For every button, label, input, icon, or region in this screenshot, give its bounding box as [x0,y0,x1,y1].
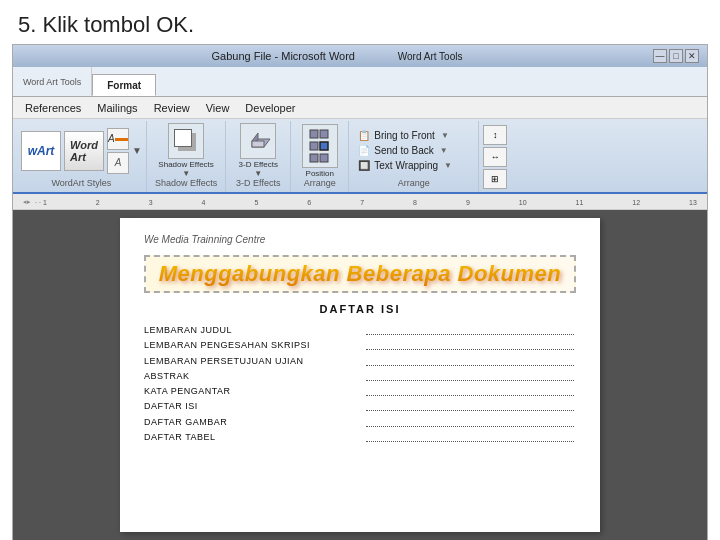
wordart-styles-content: wArt WordArt A A ▼ [21,123,142,178]
maximize-button[interactable]: □ [669,49,683,63]
shadow-effects-btn[interactable]: Shadow Effects ▼ [158,123,213,178]
toc-item-daftar-gambar: DAFTAR GAMBAR [144,415,576,430]
toc-dots [366,399,574,411]
wordart-style-preview-2[interactable]: WordArt [64,131,104,171]
menu-bar: References Mailings Review View Develope… [13,97,707,119]
size-group-btn2[interactable]: ↔ [483,147,507,167]
shadow-effects-content: Shadow Effects ▼ [158,123,213,178]
toc-label: KATA PENGANTAR [144,384,364,399]
send-to-back-btn[interactable]: 📄 Send to Back ▼ [355,144,472,157]
toc-label: LEMBARAN JUDUL [144,323,364,338]
document-page: We Media Trainning Centre Menggabungkan … [120,218,600,532]
ribbon-group-label-3d: 3-D Effects [236,178,280,190]
toc-label: DAFTAR TABEL [144,430,364,445]
ribbon-group-position: Position Arrange [291,121,349,192]
arrange-items: 📋 Bring to Front ▼ 📄 Send to Back ▼ 🔲 Te… [355,123,472,178]
ribbon-extra-buttons: ↕ ↔ ⊞ [479,121,511,192]
toc-label: LEMBARAN PERSETUJUAN UJIAN [144,354,364,369]
toc-list: LEMBARAN JUDUL LEMBARAN PENGESAHAN SKRIP… [144,323,576,445]
svg-rect-5 [310,142,318,150]
bring-to-front-dropdown[interactable]: ▼ [441,131,449,140]
page-title: 5. Klik tombol OK. [0,0,720,44]
toc-label: DAFTAR GAMBAR [144,415,364,430]
svg-rect-4 [320,130,328,138]
menu-review[interactable]: Review [146,100,198,116]
menu-mailings[interactable]: Mailings [89,100,145,116]
wordart-style-preview-1[interactable]: wArt [21,131,61,171]
toc-dots [366,323,574,335]
svg-rect-3 [310,130,318,138]
toc-label: LEMBARAN PENGESAHAN SKRIPSI [144,338,364,353]
position-btn[interactable]: Position [302,124,338,178]
ruler: ◂▸ · · 12345678910111213 [13,194,707,210]
wordart-styles-dropdown-btn[interactable]: ▼ [132,145,142,156]
ribbon-group-wordart-styles: wArt WordArt A A ▼ WordArt Styles [17,121,147,192]
toc-dots [366,430,574,442]
toc-item-abstrak: ABSTRAK [144,369,576,384]
ribbon: wArt WordArt A A ▼ WordArt Styles [13,119,707,194]
send-to-back-icon: 📄 [358,145,370,156]
toc-dots [366,384,574,396]
wordart-style-color-btn[interactable]: A [107,128,129,150]
svg-rect-7 [310,154,318,162]
toc-dots [366,415,574,427]
ribbon-group-arrange: 📋 Bring to Front ▼ 📄 Send to Back ▼ 🔲 Te… [349,121,479,192]
svg-rect-6 [320,142,328,150]
toc-dots [366,338,574,350]
text-wrapping-icon: 🔲 [358,160,370,171]
toc-item-kata-pengantar: KATA PENGANTAR [144,384,576,399]
daftar-isi-title: DAFTAR ISI [144,303,576,315]
toc-dots [366,354,574,366]
document-subtitle: We Media Trainning Centre [144,234,576,245]
ribbon-group-shadow: Shadow Effects ▼ Shadow Effects [147,121,226,192]
close-button[interactable]: ✕ [685,49,699,63]
toc-dots [366,369,574,381]
toc-item-persetujuan: LEMBARAN PERSETUJUAN UJIAN [144,354,576,369]
ribbon-group-label-position: Arrange [304,178,336,190]
bring-to-front-label: Bring to Front [374,130,435,141]
title-bar-text: Gabung File - Microsoft Word Word Art To… [21,50,653,62]
toc-item-daftar-isi: DAFTAR ISI [144,399,576,414]
ribbon-group-label-shadow: Shadow Effects [155,178,217,190]
bring-to-front-btn[interactable]: 📋 Bring to Front ▼ [355,129,472,142]
toc-label: DAFTAR ISI [144,399,364,414]
menu-view[interactable]: View [198,100,238,116]
word-window: Gabung File - Microsoft Word Word Art To… [12,44,708,540]
three-d-content: 3-D Effects ▼ [239,123,278,178]
bring-to-front-icon: 📋 [358,130,370,141]
toc-item-lembaran-judul: LEMBARAN JUDUL [144,323,576,338]
ribbon-group-label-arrange: Arrange [355,178,472,190]
wordart-style-outline-btn[interactable]: A [107,152,129,174]
context-label: Word Art Tools [13,67,92,96]
send-to-back-dropdown[interactable]: ▼ [440,146,448,155]
three-d-effects-btn[interactable]: 3-D Effects ▼ [239,123,278,178]
wordart-style-mini-buttons: A A [107,128,129,174]
document-area: We Media Trainning Centre Menggabungkan … [13,210,707,540]
toc-item-pengesahan: LEMBARAN PENGESAHAN SKRIPSI [144,338,576,353]
text-wrapping-btn[interactable]: 🔲 Text Wrapping ▼ [355,159,472,172]
context-tab-bar: Word Art Tools Format [13,67,707,97]
menu-developer[interactable]: Developer [237,100,303,116]
svg-rect-2 [252,141,264,147]
send-to-back-label: Send to Back [374,145,433,156]
svg-rect-8 [320,154,328,162]
size-group-btn3[interactable]: ⊞ [483,169,507,189]
title-bar: Gabung File - Microsoft Word Word Art To… [13,45,707,67]
window-controls[interactable]: — □ ✕ [653,49,699,63]
text-wrapping-label: Text Wrapping [374,160,438,171]
ribbon-group-label-wordart: WordArt Styles [21,178,142,190]
wordart-heading-text: Menggabungkan Beberapa Dokumen [159,261,562,286]
toc-item-daftar-tabel: DAFTAR TABEL [144,430,576,445]
tab-format[interactable]: Format [92,74,156,96]
menu-references[interactable]: References [17,100,89,116]
text-wrapping-dropdown[interactable]: ▼ [444,161,452,170]
toc-label: ABSTRAK [144,369,364,384]
wordart-heading-container[interactable]: Menggabungkan Beberapa Dokumen [144,255,576,293]
ribbon-group-3d: 3-D Effects ▼ 3-D Effects [226,121,291,192]
size-group-btn1[interactable]: ↕ [483,125,507,145]
minimize-button[interactable]: — [653,49,667,63]
